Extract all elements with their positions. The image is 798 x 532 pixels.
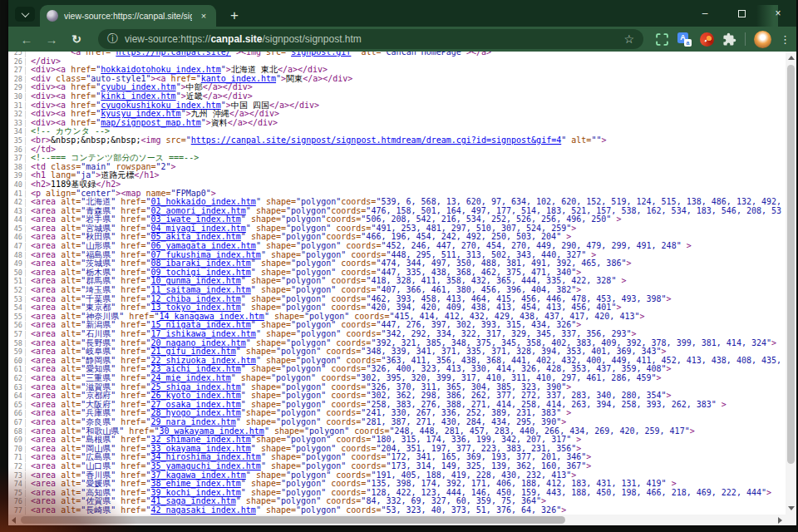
source-token: "山形県" [81, 241, 116, 250]
source-token: "407, 366, 461, 380, 456, 396, 404, 382" [376, 285, 576, 294]
scroll-down-arrow-icon[interactable] [788, 506, 795, 510]
tab-close-icon[interactable]: × [198, 10, 209, 22]
source-link[interactable]: 39_kochi_index.htm [150, 488, 240, 497]
source-token: <area [31, 400, 61, 409]
back-button[interactable]: ← [17, 32, 37, 47]
source-link[interactable]: 15_niigata_index.htm [150, 320, 250, 329]
source-token: shape= [251, 382, 281, 392]
horizontal-scrollbar[interactable] [8, 515, 786, 525]
source-token: coords= [346, 505, 381, 515]
source-link[interactable]: kanto_index.htm [201, 74, 276, 83]
new-tab-button[interactable]: + [224, 6, 244, 26]
close-button[interactable]: × [760, 0, 796, 27]
horizontal-scrollbar-thumb[interactable] [21, 516, 565, 524]
source-link[interactable]: 29_nara_index.htm [150, 417, 235, 426]
source-link[interactable]: 22_shizuoka_index.htm [150, 356, 255, 365]
source-link[interactable]: 11_saitama_index.htm [150, 285, 250, 294]
line-number: 54 [8, 304, 26, 313]
source-link[interactable]: 12_chiba_index.htm [150, 294, 240, 303]
tab-search-button[interactable] [15, 7, 35, 22]
source-token: "polygon" [291, 320, 336, 329]
source-link[interactable]: 03_iwate_index.htm [150, 214, 240, 224]
source-link[interactable]: hokkaidotohoku_index.htm [101, 65, 221, 74]
source-link[interactable]: map/signpost_map.htm [101, 118, 200, 127]
source-link[interactable]: cyugokushikoku_index.htm [101, 101, 221, 110]
source-link[interactable]: 26_kyoto_index.htm [150, 391, 240, 400]
source-token: alt= [361, 52, 381, 57]
red-extension-icon[interactable] [700, 32, 714, 47]
source-link[interactable]: 35_yamaguchi_index.htm [150, 461, 260, 470]
source-link[interactable]: 30_wakayama_index.htm [159, 426, 264, 436]
source-link[interactable]: 21_gifu_index.htm [150, 347, 235, 356]
source-link[interactable]: 08_ibaraki_index.htm [150, 259, 250, 268]
window-titlebar: view-source:https://canpal.site/sig × + … [8, 0, 796, 27]
source-link[interactable]: 04_miyagi_index.htm [150, 224, 245, 233]
scroll-left-arrow-icon[interactable] [12, 517, 16, 524]
source-token: coords= [331, 479, 366, 488]
reload-button[interactable]: ↻ [66, 32, 86, 46]
source-link[interactable]: 34_hiroshima_index.htm [150, 452, 260, 461]
source-link[interactable]: 33_okayama_index.htm [150, 444, 250, 453]
source-link[interactable]: 27_osaka_index.htm [150, 400, 240, 409]
source-link[interactable]: https://canpal.site/signpost/signpost.ht… [191, 135, 562, 145]
source-link[interactable]: 25_shiga_index.htm [150, 382, 240, 392]
source-link[interactable]: https://hp.canpal.site/ [116, 52, 230, 57]
scroll-up-arrow-icon[interactable] [788, 56, 795, 60]
source-link[interactable]: kinki_index.htm [101, 91, 175, 101]
source-link[interactable]: 20_nagano_index.htm [150, 338, 245, 347]
source-link[interactable]: 28_hyogo_index.htm [150, 408, 240, 417]
source-link[interactable]: signpost.gif [291, 52, 351, 57]
profile-avatar[interactable] [754, 31, 771, 48]
source-link[interactable]: kyusyu_index.htm [101, 109, 180, 118]
source-link[interactable]: 14_kanagawa_index.htm [159, 312, 264, 321]
source-link[interactable]: 42_nagasaki_index.htm [150, 505, 255, 515]
source-token: "491, 253, 481, 297, 510, 307, 524, 259" [371, 224, 571, 233]
source-link[interactable]: 01_hokkaido_index.htm [150, 197, 255, 206]
source-link[interactable]: 10_gunma_index.htm [150, 276, 240, 285]
screen-capture-extension-icon[interactable] [655, 32, 669, 47]
extensions-puzzle-icon[interactable] [722, 32, 736, 47]
source-link[interactable]: 02_aomori_index.htm [150, 206, 245, 215]
line-number: 31 [8, 102, 26, 111]
source-link[interactable]: 32_shimane_index.htm [150, 435, 250, 444]
menu-icon[interactable]: ⋮ [780, 33, 788, 46]
source-token: alt= [61, 400, 81, 409]
source-token: shape= [246, 496, 276, 505]
source-token: shape= [256, 338, 286, 347]
forward-button[interactable]: → [42, 32, 62, 47]
maximize-button[interactable] [723, 0, 760, 27]
browser-tab[interactable]: view-source:https://canpal.site/sig × [40, 5, 216, 27]
source-link[interactable]: 37_kagawa_index.htm [150, 470, 245, 480]
info-icon[interactable]: ⓘ [107, 32, 118, 47]
source-link[interactable]: 41_saga_index.htm [150, 496, 235, 505]
source-link[interactable]: 24_mie_index.htm [150, 373, 230, 382]
source-token: <area [31, 470, 61, 480]
source-link[interactable]: 13_tokyo_index.htm [150, 303, 240, 312]
source-token: "348, 339, 341, 371, 335, 371, 328, 394,… [361, 347, 661, 356]
source-link[interactable]: 17_ishikawa_index.htm [150, 329, 255, 338]
source-link[interactable]: 06_yamagata_index.htm [150, 241, 255, 250]
source-token: <area [31, 259, 61, 268]
source-token: 道路元標 [101, 170, 134, 180]
source-link[interactable]: 23_aichi_index.htm [150, 364, 240, 373]
source-link[interactable]: 07_fukushima_index.htm [150, 250, 260, 259]
source-link[interactable]: 38_ehime_index.htm [150, 479, 240, 488]
source-token: <area [31, 268, 61, 277]
source-token: <h1 [31, 170, 51, 180]
window-controls: – × [687, 0, 796, 27]
source-token: alt= [61, 444, 81, 453]
scroll-right-arrow-icon[interactable] [778, 517, 782, 524]
translate-extension-icon[interactable]: A a [677, 32, 692, 47]
source-link[interactable]: 09_tochigi_index.htm [150, 268, 250, 277]
source-link[interactable]: cyubu_index.htm [101, 82, 175, 91]
omnibox[interactable]: ⓘ view-source:https://canpal.site/signpo… [98, 29, 643, 49]
source-token: </a></div> [269, 101, 319, 110]
source-token: </a></div> [278, 65, 328, 74]
source-token: <!-- カウンタ --> [31, 126, 110, 135]
source-link[interactable]: 05_akita_index.htm [150, 232, 240, 241]
source-token: "polygon" [291, 285, 336, 294]
vertical-scrollbar-thumb[interactable] [787, 65, 795, 464]
vertical-scrollbar[interactable] [786, 52, 796, 515]
minimize-button[interactable]: – [687, 0, 723, 27]
bookmark-star-icon[interactable]: ☆ [623, 32, 634, 46]
